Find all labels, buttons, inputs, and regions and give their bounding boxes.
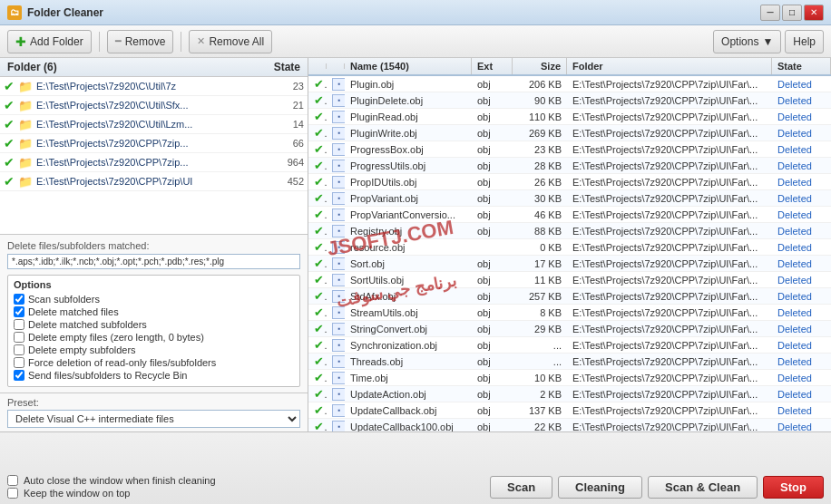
row-folder: E:\Test\Projects\7z920\CPP\7zip\UI\Far\.…	[567, 290, 772, 303]
delete-matched-subfolders-option[interactable]: Delete matched subfolders	[14, 319, 294, 330]
row-filename: PluginWrite.obj	[345, 127, 472, 140]
table-row[interactable]: ✔ ▪ Synchronization.obj obj ... E:\Test\…	[308, 337, 831, 354]
preset-label: Preset:	[7, 397, 300, 408]
help-button[interactable]: Help	[785, 30, 824, 53]
row-folder: E:\Test\Projects\7z920\CPP\7zip\UI\Far\.…	[567, 404, 772, 417]
minimize-button[interactable]: ─	[760, 5, 780, 21]
row-check: ✔	[308, 239, 327, 255]
folder-row[interactable]: ✔ 📁 E:\Test\Projects\7z920\C\Util\Sfx...…	[0, 96, 308, 115]
table-row[interactable]: ✔ ▪ Plugin.obj obj 206 KB E:\Test\Projec…	[308, 76, 831, 92]
remove-icon: ━	[115, 35, 122, 47]
row-state: Deleted	[772, 176, 831, 189]
auto-close-option[interactable]: Auto close the window when finish cleani…	[7, 475, 216, 486]
row-file-icon: ▪	[327, 256, 345, 271]
table-row[interactable]: ✔ ▪ Registry.obj obj 88 KB E:\Test\Proje…	[308, 223, 831, 239]
table-row[interactable]: ✔ ▪ PropVariantConversio... obj 46 KB E:…	[308, 207, 831, 223]
force-delete-checkbox[interactable]	[14, 357, 24, 368]
auto-close-checkbox[interactable]	[7, 475, 18, 486]
row-filename: Plugin.obj	[345, 78, 472, 91]
table-row[interactable]: ✔ ▪ ProgressUtils.obj obj 28 KB E:\Test\…	[308, 158, 831, 174]
folder-list[interactable]: ✔ 📁 E:\Test\Projects\7z920\C\Util\7z 23 …	[0, 77, 308, 234]
table-row[interactable]: ✔ ▪ UpdateAction.obj obj 2 KB E:\Test\Pr…	[308, 386, 831, 402]
file-type-icon: ▪	[332, 94, 345, 107]
th-folder: Folder	[567, 58, 772, 74]
check-icon: ✔	[4, 174, 15, 189]
table-row[interactable]: ✔ ▪ StdAfx.obj obj 257 KB E:\Test\Projec…	[308, 288, 831, 305]
delete-matched-checkbox[interactable]	[14, 306, 24, 317]
row-folder: E:\Test\Projects\7z920\CPP\7zip\UI\Far\.…	[567, 306, 772, 319]
table-row[interactable]: ✔ ▪ PluginDelete.obj obj 90 KB E:\Test\P…	[308, 92, 831, 109]
scan-subfolders-option[interactable]: Scan subfolders	[14, 294, 294, 305]
table-row[interactable]: ✔ ▪ SortUtils.obj obj 11 KB E:\Test\Proj…	[308, 272, 831, 288]
row-folder: E:\Test\Projects\7z920\CPP\7zip\UI\Far\.…	[567, 160, 772, 172]
check-icon: ✔	[314, 273, 327, 286]
scan-clean-button[interactable]: Scan & Clean	[648, 476, 758, 499]
options-button[interactable]: Options ▼	[713, 30, 781, 53]
table-row[interactable]: ✔ ▪ Threads.obj obj ... E:\Test\Projects…	[308, 354, 831, 370]
keep-on-top-option[interactable]: Keep the window on top	[7, 488, 216, 499]
row-state: Deleted	[772, 111, 831, 123]
table-row[interactable]: ✔ ▪ StreamUtils.obj obj 8 KB E:\Test\Pro…	[308, 305, 831, 321]
row-ext: obj	[472, 176, 513, 189]
row-size: 88 KB	[513, 225, 567, 237]
folder-path: E:\Test\Projects\7z920\CPP\7zip\UI	[36, 176, 273, 187]
check-icon: ✔	[314, 191, 327, 205]
delete-empty-subfolders-checkbox[interactable]	[14, 344, 24, 355]
remove-button[interactable]: ━ Remove	[107, 30, 174, 53]
add-folder-button[interactable]: ✚ Add Folder	[7, 30, 92, 53]
table-row[interactable]: ✔ ▪ PropIDUtils.obj obj 26 KB E:\Test\Pr…	[308, 174, 831, 190]
keep-on-top-checkbox[interactable]	[7, 488, 18, 499]
maximize-button[interactable]: □	[782, 5, 802, 21]
cleaning-button[interactable]: Cleaning	[558, 476, 642, 499]
row-folder: E:\Test\Projects\7z920\CPP\7zip\UI\Far\.…	[567, 208, 772, 221]
force-delete-option[interactable]: Force deletion of read-only files/subfol…	[14, 357, 294, 368]
table-row[interactable]: ✔ ▪ Sort.obj obj 17 KB E:\Test\Projects\…	[308, 256, 831, 272]
folder-row[interactable]: ✔ 📁 E:\Test\Projects\7z920\C\Util\7z 23	[0, 77, 308, 96]
send-recycle-checkbox[interactable]	[14, 370, 24, 381]
delete-matched-subfolders-checkbox[interactable]	[14, 319, 24, 330]
row-check: ✔	[308, 337, 327, 353]
remove-all-button[interactable]: ✕ Remove All	[189, 30, 272, 53]
table-row[interactable]: ✔ ▪ UpdateCallback100.obj obj 22 KB E:\T…	[308, 419, 831, 431]
file-type-icon: ▪	[332, 355, 345, 368]
row-file-icon: ▪	[327, 386, 345, 402]
row-size: 8 KB	[513, 306, 567, 319]
table-row[interactable]: ✔ ▪ PluginRead.obj obj 110 KB E:\Test\Pr…	[308, 109, 831, 125]
preset-section: Preset: Delete Visual C++ intermediate f…	[0, 393, 308, 431]
send-recycle-option[interactable]: Send files/subfolders to Recycle Bin	[14, 370, 294, 381]
row-folder: E:\Test\Projects\7z920\CPP\7zip\UI\Far\.…	[567, 388, 772, 401]
table-row[interactable]: ✔ ▪ Time.obj obj 10 KB E:\Test\Projects\…	[308, 370, 831, 386]
row-file-icon: ▪	[327, 419, 345, 431]
scan-subfolders-checkbox[interactable]	[14, 294, 24, 305]
table-row[interactable]: ✔ ▪ ProgressBox.obj obj 23 KB E:\Test\Pr…	[308, 141, 831, 158]
close-button[interactable]: ✕	[804, 5, 824, 21]
file-type-icon: ▪	[332, 372, 345, 384]
row-state: Deleted	[772, 160, 831, 172]
folder-row[interactable]: ✔ 📁 E:\Test\Projects\7z920\CPP\7zip... 9…	[0, 153, 308, 172]
filter-input[interactable]	[7, 254, 300, 269]
delete-empty-subfolders-option[interactable]: Delete empty subfolders	[14, 344, 294, 355]
check-icon: ✔	[314, 126, 327, 140]
check-icon: ✔	[314, 354, 327, 368]
stop-button[interactable]: Stop	[763, 476, 824, 499]
table-row[interactable]: ✔ ▪ PropVariant.obj obj 30 KB E:\Test\Pr…	[308, 190, 831, 207]
row-state: Deleted	[772, 257, 831, 270]
delete-empty-files-option[interactable]: Delete empty files (zero length, 0 bytes…	[14, 332, 294, 343]
delete-empty-files-checkbox[interactable]	[14, 332, 24, 343]
folder-path: E:\Test\Projects\7z920\C\Util\Lzm...	[36, 119, 273, 130]
check-icon: ✔	[4, 98, 15, 112]
preset-select[interactable]: Delete Visual C++ intermediate files	[7, 410, 300, 428]
table-row[interactable]: ✔ ▪ StringConvert.obj obj 29 KB E:\Test\…	[308, 321, 831, 337]
delete-matched-option[interactable]: Delete matched files	[14, 306, 294, 317]
scan-button[interactable]: Scan	[490, 476, 552, 499]
folder-row[interactable]: ✔ 📁 E:\Test\Projects\7z920\CPP\7zip... 6…	[0, 134, 308, 153]
table-row[interactable]: ✔ ▪ UpdateCallback.obj obj 137 KB E:\Tes…	[308, 402, 831, 419]
row-check: ✔	[308, 174, 327, 189]
table-row[interactable]: ✔ ▪ PluginWrite.obj obj 269 KB E:\Test\P…	[308, 125, 831, 141]
row-file-icon: ▪	[327, 76, 345, 92]
folder-row[interactable]: ✔ 📁 E:\Test\Projects\7z920\C\Util\Lzm...…	[0, 115, 308, 134]
table-row[interactable]: ✔ ▪ resource.obj 0 KB E:\Test\Projects\7…	[308, 239, 831, 256]
check-icon: ✔	[314, 142, 327, 156]
folder-row[interactable]: ✔ 📁 E:\Test\Projects\7z920\CPP\7zip\UI 4…	[0, 172, 308, 191]
file-table[interactable]: Name (1540) Ext Size Folder State ✔ ▪ Pl…	[308, 58, 831, 431]
